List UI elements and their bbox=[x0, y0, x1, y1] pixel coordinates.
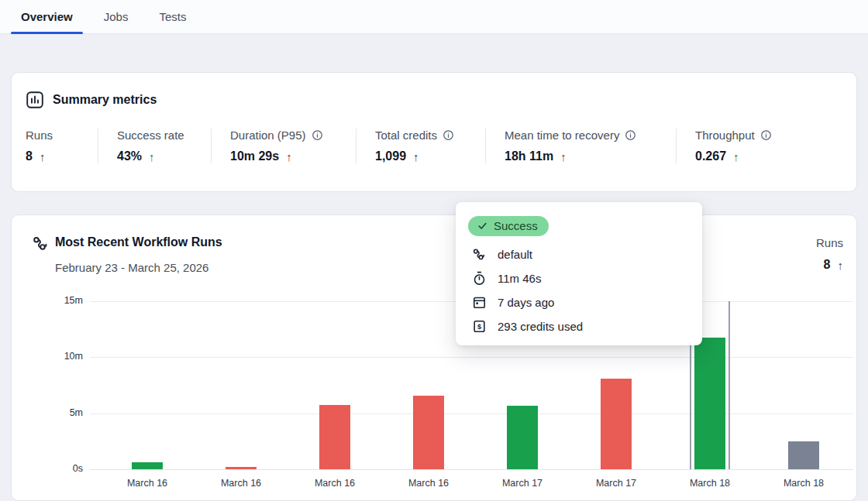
chart-bar-success[interactable] bbox=[507, 406, 538, 469]
metric-label: Success rate bbox=[117, 129, 184, 142]
tooltip-credits-row: $ 293 credits used bbox=[468, 319, 690, 334]
tooltip-time-row: 7 days ago bbox=[468, 295, 690, 310]
x-axis-tick: March 16 bbox=[300, 478, 370, 489]
tab-jobs[interactable]: Jobs bbox=[94, 0, 139, 33]
trend-up-arrow: ↑ bbox=[733, 151, 739, 163]
y-axis-tick: 5m bbox=[49, 407, 83, 418]
hover-guide-line bbox=[728, 301, 730, 469]
tab-tests-label: Tests bbox=[159, 10, 186, 23]
chart-runs-trend-up-arrow: ↑ bbox=[838, 259, 844, 271]
x-axis-tick: March 16 bbox=[112, 478, 182, 489]
x-axis-tick: March 18 bbox=[769, 478, 839, 489]
metric-value: 0.267 bbox=[695, 149, 726, 163]
trend-up-arrow: ↑ bbox=[560, 151, 567, 163]
chart-bar-failure[interactable] bbox=[601, 379, 632, 469]
trend-up-arrow: ↑ bbox=[413, 151, 419, 163]
credits-icon: $ bbox=[471, 319, 487, 334]
metric-value: 18h 11m bbox=[505, 149, 553, 163]
tooltip-credits: 293 credits used bbox=[498, 320, 583, 333]
trend-up-arrow: ↑ bbox=[149, 151, 155, 163]
trend-up-arrow: ↑ bbox=[286, 151, 292, 163]
metric-duration-p95: Duration (P95)10m 29s↑ bbox=[211, 129, 356, 163]
info-icon[interactable] bbox=[625, 129, 636, 141]
tab-overview-label: Overview bbox=[21, 10, 73, 23]
gridline bbox=[90, 357, 853, 358]
chart-bar-failure[interactable] bbox=[319, 405, 350, 469]
metric-label: Total credits bbox=[375, 129, 437, 142]
active-tab-underline bbox=[11, 32, 83, 34]
x-axis-tick: March 17 bbox=[581, 478, 651, 489]
chart-runs-label: Runs bbox=[816, 236, 843, 249]
chart-runs-summary: Runs 8 ↑ bbox=[816, 236, 843, 272]
metrics-row: Runs8↑Success rate43%↑Duration (P95)10m … bbox=[26, 129, 842, 163]
tooltip-duration-row: 11m 46s bbox=[468, 271, 690, 286]
metric-value: 1,099 bbox=[375, 149, 406, 163]
chart-bar-failure[interactable] bbox=[413, 396, 444, 470]
x-axis-tick: March 16 bbox=[394, 478, 463, 489]
check-icon bbox=[477, 221, 487, 231]
metric-label: Runs bbox=[26, 129, 53, 142]
chart-bar-other[interactable] bbox=[788, 441, 819, 469]
metric-total-credits: Total credits1,099↑ bbox=[356, 129, 485, 163]
status-badge-label: Success bbox=[494, 219, 538, 232]
workflow-runs-card: Most Recent Workflow Runs February 23 - … bbox=[11, 214, 857, 501]
tooltip-workflow-row: default bbox=[468, 247, 690, 262]
metric-value: 43% bbox=[117, 149, 142, 163]
gridline bbox=[90, 469, 853, 470]
gridline bbox=[90, 413, 853, 414]
x-axis-tick: March 18 bbox=[675, 478, 745, 489]
y-axis-tick: 0s bbox=[49, 463, 83, 474]
chart-bar-success[interactable] bbox=[694, 338, 725, 469]
metric-label: Mean time to recovery bbox=[505, 129, 619, 142]
status-badge: Success bbox=[468, 216, 549, 236]
summary-metrics-title: Summary metrics bbox=[53, 93, 157, 107]
run-tooltip: Success default bbox=[456, 202, 702, 345]
metric-value: 8 bbox=[26, 149, 33, 163]
info-icon[interactable] bbox=[760, 129, 772, 141]
tab-bar: Overview Jobs Tests bbox=[0, 0, 868, 34]
svg-text:$: $ bbox=[477, 323, 480, 331]
timer-icon bbox=[471, 271, 487, 286]
chart-date-range: February 23 - March 25, 2026 bbox=[55, 261, 208, 274]
metric-throughput: Throughput0.267↑ bbox=[676, 129, 780, 163]
tab-jobs-label: Jobs bbox=[104, 10, 129, 23]
chart-title: Most Recent Workflow Runs bbox=[55, 235, 222, 249]
y-axis-tick: 10m bbox=[49, 351, 83, 362]
workflow-icon bbox=[32, 235, 50, 252]
tooltip-duration: 11m 46s bbox=[498, 272, 541, 285]
info-icon[interactable] bbox=[312, 129, 323, 141]
trend-up-arrow: ↑ bbox=[40, 151, 46, 163]
metric-mean-time-to-recovery: Mean time to recovery18h 11m↑ bbox=[485, 129, 676, 163]
tooltip-workflow-name: default bbox=[498, 248, 532, 261]
chart-bar-success[interactable] bbox=[132, 462, 163, 469]
metric-label: Throughput bbox=[695, 129, 755, 142]
y-axis-tick: 15m bbox=[49, 295, 83, 306]
x-axis-tick: March 17 bbox=[487, 478, 557, 489]
calendar-icon bbox=[471, 295, 487, 310]
info-icon[interactable] bbox=[443, 129, 454, 141]
chart-bar-failure[interactable] bbox=[226, 467, 257, 469]
workflow-icon bbox=[471, 247, 487, 262]
chart-runs-value: 8 bbox=[824, 258, 831, 272]
metric-success-rate: Success rate43%↑ bbox=[98, 129, 211, 163]
metric-value: 10m 29s bbox=[230, 149, 279, 163]
tooltip-relative-time: 7 days ago bbox=[498, 296, 554, 309]
bar-chart-icon bbox=[26, 91, 44, 109]
tab-tests[interactable]: Tests bbox=[149, 0, 196, 33]
metric-runs: Runs8↑ bbox=[26, 129, 98, 163]
x-axis-tick: March 16 bbox=[206, 478, 276, 489]
tab-overview[interactable]: Overview bbox=[11, 0, 83, 33]
summary-metrics-card: Summary metrics Runs8↑Success rate43%↑Du… bbox=[11, 72, 857, 192]
metric-label: Duration (P95) bbox=[230, 129, 306, 142]
